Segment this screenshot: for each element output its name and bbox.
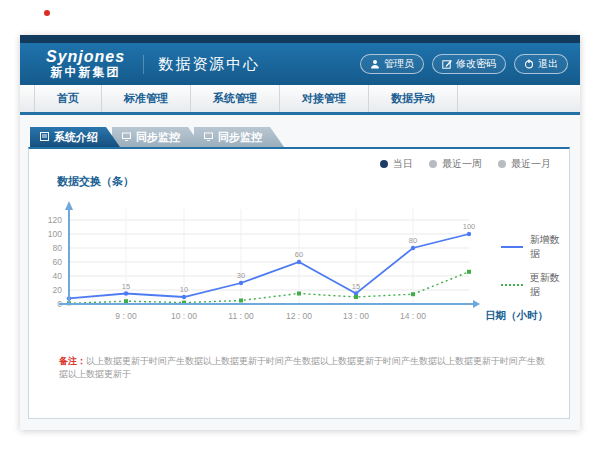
- filter-last-week[interactable]: 最近一周: [429, 157, 482, 171]
- svg-text:日期（小时）: 日期（小时）: [485, 309, 548, 322]
- legend-new-data-label: 新增数据: [530, 233, 569, 261]
- edit-icon: [442, 59, 452, 69]
- brand-logo-en: Synjones: [46, 48, 125, 66]
- svg-text:14 : 00: 14 : 00: [400, 311, 426, 321]
- nav-item-home[interactable]: 首页: [34, 85, 102, 112]
- tab-sync-monitor-2[interactable]: 同步监控: [194, 127, 284, 147]
- change-password-label: 修改密码: [456, 57, 496, 71]
- top-navy-strip: [20, 35, 580, 43]
- legend-updated-data-label: 更新数据: [530, 271, 569, 299]
- svg-text:15: 15: [352, 282, 360, 291]
- svg-text:40: 40: [53, 271, 63, 281]
- svg-text:10 : 00: 10 : 00: [171, 311, 197, 321]
- svg-text:80: 80: [53, 243, 63, 253]
- line-chart: 0204060801001201510306015801009 : 0010 :…: [29, 189, 573, 329]
- legend-item-new-data: 新增数据: [501, 233, 569, 261]
- svg-text:100: 100: [48, 229, 62, 239]
- monitor-icon: [204, 131, 213, 143]
- y-axis-title: 数据交换（条）: [57, 174, 134, 189]
- filter-today-label: 当日: [393, 157, 413, 171]
- tab-sync-monitor-2-label: 同步监控: [218, 130, 262, 145]
- record-indicator-dot: [44, 10, 50, 16]
- footnote-prefix: 备注：: [59, 356, 86, 366]
- nav-item-changes[interactable]: 数据异动: [369, 85, 458, 112]
- admin-user-label: 管理员: [384, 57, 414, 71]
- brand-logo-cn: 新中新集团: [46, 66, 125, 80]
- svg-text:30: 30: [237, 271, 245, 280]
- svg-text:13 : 00: 13 : 00: [343, 311, 369, 321]
- time-range-filter: 当日 最近一周 最近一月: [380, 157, 551, 171]
- svg-text:60: 60: [53, 257, 63, 267]
- tab-sync-monitor-1-label: 同步监控: [136, 130, 180, 145]
- svg-text:11 : 00: 11 : 00: [228, 311, 254, 321]
- svg-text:9 : 00: 9 : 00: [115, 311, 137, 321]
- filter-last-month[interactable]: 最近一月: [498, 157, 551, 171]
- tab-system-intro-label: 系统介绍: [54, 130, 98, 145]
- svg-text:15: 15: [122, 282, 130, 291]
- radio-unselected-icon: [498, 160, 506, 168]
- tab-bar: 系统介绍 同步监控 同步监控: [30, 127, 276, 147]
- radio-selected-icon: [380, 160, 388, 168]
- legend-item-updated-data: 更新数据: [501, 271, 569, 299]
- svg-text:80: 80: [409, 236, 417, 245]
- document-icon: [40, 131, 49, 143]
- svg-text:120: 120: [48, 215, 62, 225]
- app-window: Synjones 新中新集团 数据资源中心 管理员 修改密码 退出: [20, 35, 580, 430]
- change-password-button[interactable]: 修改密码: [432, 54, 506, 74]
- svg-text:100: 100: [463, 222, 476, 231]
- chart-legend: 新增数据 更新数据: [501, 233, 569, 309]
- logout-button[interactable]: 退出: [514, 54, 568, 74]
- radio-unselected-icon: [429, 160, 437, 168]
- brand-logo: Synjones 新中新集团: [46, 48, 125, 80]
- footnote: 备注：以上数据更新于时间产生数据以上数据更新于时间产生数据以上数据更新于时间产生…: [59, 355, 551, 380]
- header: Synjones 新中新集团 数据资源中心 管理员 修改密码 退出: [20, 43, 580, 85]
- filter-last-month-label: 最近一月: [511, 157, 551, 171]
- filter-last-week-label: 最近一周: [442, 157, 482, 171]
- monitor-icon: [122, 131, 131, 143]
- chart-panel: 当日 最近一周 最近一月 数据交换（条） 0204060801001201510…: [28, 147, 570, 419]
- svg-text:12 : 00: 12 : 00: [286, 311, 312, 321]
- nav-item-standards[interactable]: 标准管理: [102, 85, 191, 112]
- footnote-text: 以上数据更新于时间产生数据以上数据更新于时间产生数据以上数据更新于时间产生数据以…: [59, 356, 545, 379]
- filter-today[interactable]: 当日: [380, 157, 413, 171]
- logout-label: 退出: [538, 57, 558, 71]
- power-icon: [524, 59, 534, 69]
- admin-user-button[interactable]: 管理员: [360, 54, 424, 74]
- nav-item-system[interactable]: 系统管理: [191, 85, 280, 112]
- legend-line-solid-icon: [501, 246, 523, 248]
- legend-line-dotted-icon: [501, 284, 523, 286]
- user-icon: [370, 59, 380, 69]
- tab-sync-monitor-1[interactable]: 同步监控: [112, 127, 202, 147]
- user-area: 管理员 修改密码 退出: [360, 43, 568, 85]
- svg-text:60: 60: [295, 250, 303, 259]
- svg-text:10: 10: [180, 285, 188, 294]
- content-area: 系统介绍 同步监控 同步监控 当日: [20, 115, 580, 430]
- svg-text:20: 20: [53, 285, 63, 295]
- main-nav: 首页 标准管理 系统管理 对接管理 数据异动: [20, 85, 580, 115]
- nav-item-interface[interactable]: 对接管理: [280, 85, 369, 112]
- page-title: 数据资源中心: [143, 55, 260, 74]
- tab-system-intro[interactable]: 系统介绍: [30, 127, 120, 147]
